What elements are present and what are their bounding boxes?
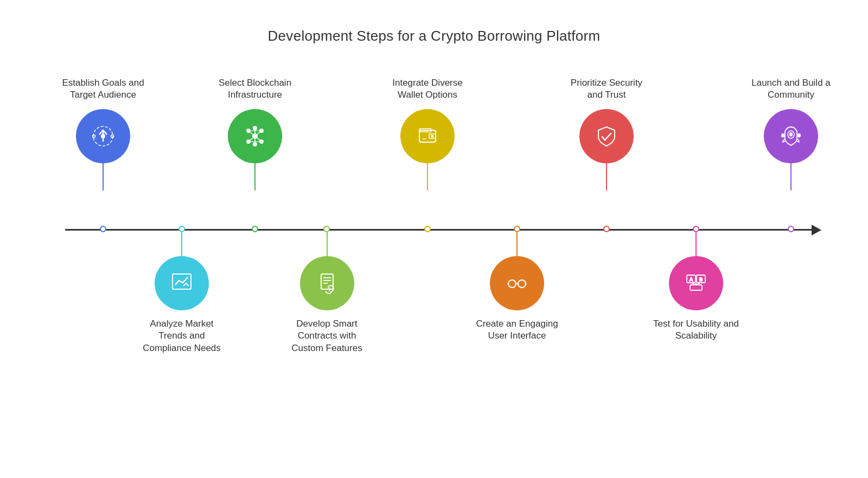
svg-text:A: A [690,277,693,282]
svg-line-26 [329,287,330,291]
step-launch-community: Launch and Build a Community $ $ $ [748,77,834,191]
icon-test-usability: A B [669,256,723,310]
svg-text:$: $ [798,133,801,138]
label-select-blockchain: Select Blockchain Infrastructure [212,77,298,102]
icon-launch-community: $ $ $ [764,109,818,163]
label-prioritize-security: Prioritize Security and Trust [563,77,650,102]
dot-launch-community [788,226,794,232]
svg-line-15 [255,131,261,136]
icon-select-blockchain [228,109,282,163]
svg-point-3 [93,135,95,138]
label-test-usability: Test for Usability and Scalability [650,318,742,343]
label-establish-goals: Establish Goals and Target Audience [60,77,146,102]
svg-text:$: $ [782,133,784,138]
label-develop-smart: Develop Smart Contracts with Custom Feat… [281,318,373,355]
label-integrate-wallet: Integrate Diverse Wallet Options [384,77,471,102]
svg-line-14 [248,131,255,136]
svg-text:$: $ [790,132,793,137]
svg-text:B: B [699,277,703,282]
icon-prioritize-security [579,109,634,163]
dot-integrate-wallet [424,226,431,232]
label-launch-community: Launch and Build a Community [748,77,834,102]
icon-establish-goals [76,109,130,163]
dot-select-blockchain [252,226,258,232]
label-create-ui: Create an Engaging User Interface [471,318,563,343]
svg-point-32 [508,280,516,288]
svg-point-29 [432,136,433,137]
svg-rect-22 [321,274,333,289]
step-establish-goals: Establish Goals and Target Audience [60,77,146,191]
svg-line-16 [248,136,255,142]
icon-integrate-wallet [400,109,455,163]
svg-line-17 [255,136,261,142]
icon-create-ui [490,256,544,310]
step-create-ui: Create an Engaging User Interface [471,229,563,343]
dot-develop-smart [323,226,330,232]
svg-point-2 [101,135,105,138]
step-select-blockchain: Select Blockchain Infrastructure [212,77,298,191]
icon-develop-smart [300,256,354,310]
timeline-area: Establish Goals and Target Audience [33,77,835,413]
svg-rect-41 [690,285,702,290]
step-prioritize-security: Prioritize Security and Trust [563,77,650,191]
dot-establish-goals [100,226,106,232]
step-test-usability: A B Test for Usability and Scalability [650,229,742,343]
diagram-container: Development Steps for a Crypto Borrowing… [11,17,857,462]
page-title: Development Steps for a Crypto Borrowing… [268,28,601,44]
dot-analyze-market [178,226,185,232]
step-analyze-market: Analyze Market Trends and Compliance Nee… [136,229,228,355]
dot-prioritize-security [603,226,610,232]
step-integrate-wallet: Integrate Diverse Wallet Options [384,77,471,191]
step-develop-smart: Develop Smart Contracts with Custom Feat… [279,229,374,355]
svg-point-33 [518,280,526,288]
dot-test-usability [693,226,699,232]
label-analyze-market: Analyze Market Trends and Compliance Nee… [136,318,228,355]
dot-create-ui [514,226,520,232]
icon-analyze-market [155,256,209,310]
svg-point-4 [111,135,114,138]
